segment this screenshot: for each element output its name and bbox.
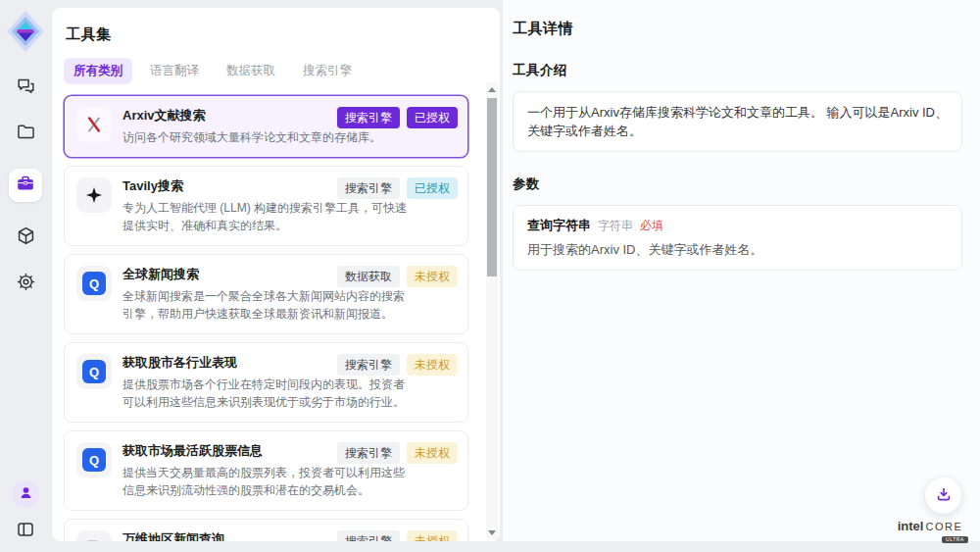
category-tabs: 所有类别 语言翻译 数据获取 搜索引擎 <box>64 58 500 84</box>
sidebar-item-settings[interactable] <box>15 273 36 294</box>
tool-description: 访问各个研究领域大量科学论文和文章的存储库。 <box>122 128 411 146</box>
details-title: 工具详情 <box>513 20 962 38</box>
scroll-down-arrow-icon[interactable] <box>486 527 498 538</box>
auth-status-badge: 已授权 <box>407 177 458 199</box>
tab-language-translation[interactable]: 语言翻译 <box>140 58 209 84</box>
params-heading: 参数 <box>513 176 962 193</box>
intro-text: 一个用于从Arxiv存储库搜索科学论文和文章的工具。 输入可以是Arxiv ID… <box>527 103 948 140</box>
tool-card[interactable]: Q 获取股市各行业表现 提供股票市场各个行业在特定时间段内的表现。投资者可以利用… <box>64 342 468 423</box>
download-button[interactable] <box>925 477 961 514</box>
tool-description: 全球新闻搜索是一个聚合全球各大新闻网站内容的搜索引擎，帮助用户快速获取全球最新资… <box>122 287 411 323</box>
category-badge: 数据获取 <box>337 266 400 287</box>
blue-q-icon: Q <box>82 272 106 295</box>
chat-icon <box>16 75 36 100</box>
tool-card[interactable]: Q 获取市场最活跃股票信息 提供当天交易量最高的股票列表，投资者可以利用这些信息… <box>64 430 468 511</box>
param-name: 查询字符串 <box>527 217 591 234</box>
auth-status-badge: 未授权 <box>407 354 458 376</box>
intel-core-logo: intelcore ultra <box>886 517 974 543</box>
arxiv-icon <box>76 107 112 142</box>
newspaper-icon <box>76 530 112 541</box>
tool-card[interactable]: Arxiv文献搜索 访问各个研究领域大量科学论文和文章的存储库。 搜索引擎 已授… <box>64 95 468 158</box>
tab-search-engine[interactable]: 搜索引擎 <box>293 58 362 84</box>
auth-status-badge: 未授权 <box>407 266 458 287</box>
intro-card: 一个用于从Arxiv存储库搜索科学论文和文章的工具。 输入可以是Arxiv ID… <box>513 91 962 152</box>
tool-card[interactable]: 万维地区新闻查询 查询具体行政区划内的新闻，快速了解各地新闻动 搜索引擎 未授权 <box>64 519 468 541</box>
folder-icon <box>16 122 36 146</box>
category-badge: 搜索引擎 <box>337 177 400 199</box>
download-icon <box>936 486 952 506</box>
category-badge: 搜索引擎 <box>337 530 400 541</box>
toolbox-icon <box>16 174 35 197</box>
brand-diamond-logo <box>6 10 45 53</box>
category-badge: 搜索引擎 <box>337 354 400 376</box>
user-avatar[interactable] <box>12 480 39 508</box>
tools-panel: 工具集 所有类别 语言翻译 数据获取 搜索引擎 Arxiv文献搜索 访问各个研究… <box>52 8 500 541</box>
blue-q-icon: Q <box>82 448 106 472</box>
left-rail <box>0 0 51 552</box>
settings-icon <box>16 272 36 296</box>
param-type: 字符串 <box>598 218 633 234</box>
tab-data-acquisition[interactable]: 数据获取 <box>217 58 285 84</box>
four-point-star-icon <box>76 177 112 213</box>
param-required-flag: 必填 <box>640 218 663 234</box>
rail-bottom <box>12 480 39 542</box>
tools-panel-title: 工具集 <box>66 25 500 44</box>
rail-nav <box>9 76 42 294</box>
cube-icon <box>16 226 36 250</box>
tool-card-list: Arxiv文献搜索 访问各个研究领域大量科学论文和文章的存储库。 搜索引擎 已授… <box>64 95 468 541</box>
param-card: 查询字符串 字符串 必填 用于搜索的Arxiv ID、关键字或作者姓名。 <box>513 205 962 271</box>
tool-details-panel: 工具详情 工具介绍 一个用于从Arxiv存储库搜索科学论文和文章的工具。 输入可… <box>502 0 980 541</box>
auth-status-badge: 未授权 <box>407 442 458 464</box>
tab-all-categories[interactable]: 所有类别 <box>64 58 132 84</box>
collapse-sidebar-button[interactable] <box>15 521 36 542</box>
tool-card[interactable]: Q 全球新闻搜索 全球新闻搜索是一个聚合全球各大新闻网站内容的搜索引擎，帮助用户… <box>64 254 468 334</box>
sidebar-item-files[interactable] <box>15 123 36 144</box>
auth-status-badge: 未授权 <box>407 530 458 541</box>
param-description: 用于搜索的Arxiv ID、关键字或作者姓名。 <box>527 241 948 259</box>
intro-heading: 工具介绍 <box>513 62 962 79</box>
tool-card[interactable]: Tavily搜索 专为人工智能代理 (LLM) 构建的搜索引擎工具，可快速提供实… <box>64 166 468 246</box>
collapse-panel-icon <box>16 520 35 543</box>
sidebar-item-chat[interactable] <box>15 76 36 98</box>
tool-description: 提供股票市场各个行业在特定时间段内的表现。投资者可以利用这些信息来识别表现优于或… <box>122 376 411 411</box>
auth-status-badge: 已授权 <box>407 107 458 128</box>
sidebar-item-tools[interactable] <box>9 169 42 202</box>
category-badge: 搜索引擎 <box>337 107 400 128</box>
category-badge: 搜索引擎 <box>337 442 400 464</box>
scroll-up-arrow-icon[interactable] <box>486 83 498 95</box>
user-avatar-icon <box>18 484 34 505</box>
scrollbar[interactable] <box>486 82 498 539</box>
tool-description: 专为人工智能代理 (LLM) 构建的搜索引擎工具，可快速提供实时、准确和真实的结… <box>122 199 411 234</box>
tool-description: 提供当天交易量最高的股票列表，投资者可以利用这些信息来识别流动性强的股票和潜在的… <box>122 464 411 499</box>
blue-q-icon: Q <box>82 360 106 383</box>
scrollbar-thumb[interactable] <box>487 98 497 276</box>
sidebar-item-packages[interactable] <box>15 226 36 248</box>
